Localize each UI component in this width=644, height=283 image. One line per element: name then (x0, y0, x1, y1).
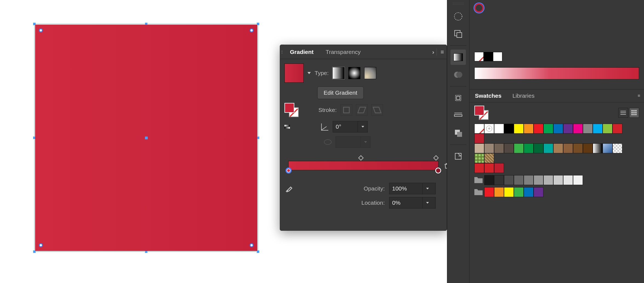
corner-widget-tr[interactable] (250, 28, 253, 32)
swatch-cell[interactable] (593, 143, 603, 153)
swatch-cell[interactable] (593, 124, 603, 134)
location-input[interactable] (389, 200, 422, 206)
swatch-cell[interactable] (553, 175, 563, 185)
dock-pathfinder-icon[interactable] (451, 125, 466, 141)
swatch-cell[interactable] (494, 187, 504, 197)
corner-widget-tl[interactable] (39, 28, 43, 32)
dock-transparency-icon[interactable] (451, 67, 466, 82)
tab-libraries[interactable]: Libraries (507, 89, 540, 102)
swatch-cell[interactable] (553, 143, 563, 153)
selected-rectangle[interactable] (35, 25, 257, 251)
eyedropper-button[interactable] (284, 184, 294, 193)
color-none-button[interactable] (474, 52, 484, 61)
location-dropdown-icon[interactable] (422, 197, 432, 208)
tab-gradient[interactable]: Gradient (284, 45, 320, 59)
swatch-cell[interactable] (543, 175, 553, 185)
swatch-cell[interactable] (543, 124, 553, 134)
edit-gradient-button[interactable]: Edit Gradient (317, 86, 364, 99)
gradient-midpoint-2[interactable] (433, 155, 439, 161)
reverse-gradient-button[interactable] (284, 125, 290, 129)
gradient-preview-swatch[interactable] (284, 63, 304, 83)
swatch-cell[interactable] (573, 175, 583, 185)
swatch-cell[interactable] (494, 163, 504, 173)
swatch-cell[interactable] (484, 124, 494, 134)
fill-stroke-indicator[interactable] (284, 103, 299, 117)
swatch-cell[interactable] (504, 124, 514, 134)
swatch-cell[interactable] (494, 175, 504, 185)
dock-align-icon[interactable] (451, 90, 466, 106)
swatch-cell[interactable] (612, 124, 622, 134)
corner-widget-bl[interactable] (39, 243, 43, 247)
dock-gradient-icon[interactable] (451, 50, 466, 65)
corner-widget-br[interactable] (250, 243, 253, 247)
panel-grip-icon[interactable]: ⋮ (280, 45, 284, 59)
swatch-cell[interactable] (504, 187, 514, 197)
swatch-cell[interactable] (474, 153, 484, 163)
swatch-cell[interactable] (484, 143, 494, 153)
angle-dropdown-icon[interactable] (358, 121, 367, 132)
dock-export-icon[interactable] (451, 149, 466, 164)
swatch-cell[interactable] (484, 175, 494, 185)
dock-appearance-icon[interactable] (451, 9, 466, 24)
dock-artboards-icon[interactable] (451, 26, 466, 42)
swatch-cell[interactable] (474, 124, 484, 134)
tab-swatches[interactable]: Swatches (469, 89, 507, 102)
swatch-cell[interactable] (484, 187, 494, 197)
swatch-cell[interactable] (474, 134, 484, 143)
gradient-preset-dropdown-icon[interactable] (307, 72, 311, 74)
angle-input[interactable] (333, 123, 358, 130)
swatches-list-view-button[interactable] (618, 108, 628, 118)
swatch-cell[interactable] (563, 124, 573, 134)
location-field[interactable] (389, 197, 436, 209)
swatch-cell[interactable] (573, 124, 583, 134)
panel-menu-icon[interactable]: ≡ (441, 49, 444, 55)
swatch-cell[interactable] (543, 143, 553, 153)
dock-drag-handle[interactable] (452, 3, 464, 4)
angle-field[interactable] (333, 121, 368, 132)
gradient-type-linear-button[interactable] (332, 67, 344, 79)
swatch-cell[interactable] (514, 143, 524, 153)
artboard-canvas[interactable] (0, 0, 278, 283)
shape-center-point[interactable] (145, 137, 148, 139)
swatch-cell[interactable] (484, 163, 494, 173)
swatches-panel-menu-icon[interactable]: ≡ (638, 89, 640, 102)
swatch-cell[interactable] (583, 143, 593, 153)
swatches-fill-stroke-indicator[interactable] (474, 106, 489, 120)
color-white-button[interactable] (493, 52, 502, 61)
dock-transform-icon[interactable] (451, 108, 466, 123)
folder-icon[interactable] (474, 189, 483, 195)
swatch-cell[interactable] (524, 187, 534, 197)
swatch-cell[interactable] (534, 175, 543, 185)
swatch-cell[interactable] (514, 175, 524, 185)
gradient-type-freeform-button[interactable] (364, 67, 376, 79)
swatch-cell[interactable] (524, 143, 534, 153)
swatch-cell[interactable] (553, 124, 563, 134)
swatch-cell[interactable] (603, 143, 612, 153)
swatch-cell[interactable] (494, 143, 504, 153)
swatch-cell[interactable] (514, 187, 524, 197)
folder-icon[interactable] (474, 177, 483, 183)
swatch-cell[interactable] (612, 143, 622, 153)
swatch-cell[interactable] (563, 175, 573, 185)
gradient-midpoint-1[interactable] (358, 155, 364, 161)
gradient-stop-right[interactable] (435, 168, 441, 174)
swatch-cell[interactable] (514, 124, 524, 134)
swatch-cell[interactable] (504, 175, 514, 185)
current-color-indicator[interactable] (474, 3, 484, 13)
opacity-input[interactable] (389, 185, 422, 192)
collapse-panel-icon[interactable]: › › (432, 49, 433, 55)
swatches-grid-view-button[interactable] (629, 108, 639, 118)
swatch-cell[interactable] (534, 124, 543, 134)
gradient-stop-left[interactable] (286, 168, 292, 174)
color-black-button[interactable] (484, 52, 493, 61)
swatch-cell[interactable] (494, 124, 504, 134)
color-spectrum-bar[interactable] (474, 67, 639, 79)
swatch-cell[interactable] (474, 163, 484, 173)
swatch-cell[interactable] (573, 143, 583, 153)
swatch-cell[interactable] (563, 143, 573, 153)
opacity-field[interactable] (389, 183, 436, 194)
swatch-cell[interactable] (603, 124, 612, 134)
swatch-cell[interactable] (504, 143, 514, 153)
swatch-cell[interactable] (474, 143, 484, 153)
gradient-slider[interactable] (288, 157, 438, 175)
